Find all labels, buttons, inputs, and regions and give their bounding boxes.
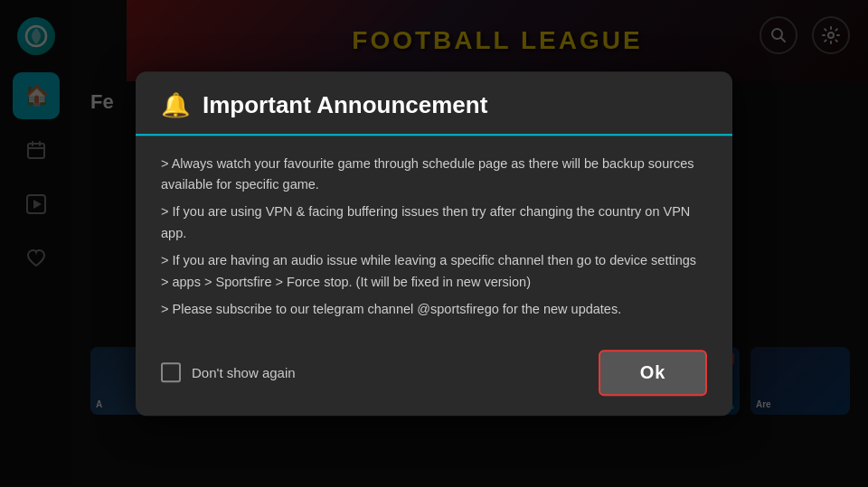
modal-body: > Always watch your favourite game throu… xyxy=(136,136,732,335)
dont-show-label: Don't show again xyxy=(192,365,296,380)
modal-title: Important Announcement xyxy=(203,91,487,119)
dont-show-checkbox[interactable] xyxy=(161,363,181,383)
ok-button[interactable]: Ok xyxy=(599,350,707,396)
bell-icon: 🔔 xyxy=(161,91,190,119)
announcement-modal: 🔔 Important Announcement > Always watch … xyxy=(136,71,732,416)
modal-footer: Don't show again Ok xyxy=(136,335,732,416)
dont-show-again-container[interactable]: Don't show again xyxy=(161,363,296,383)
announcement-line-2: > If you are using VPN & facing bufferin… xyxy=(161,202,707,246)
announcement-line-1: > Always watch your favourite game throu… xyxy=(161,154,707,197)
announcement-line-4: > Please subscribe to our telegram chann… xyxy=(161,299,707,321)
announcement-line-3: > If you are having an audio issue while… xyxy=(161,250,707,294)
modal-header: 🔔 Important Announcement xyxy=(136,71,732,136)
